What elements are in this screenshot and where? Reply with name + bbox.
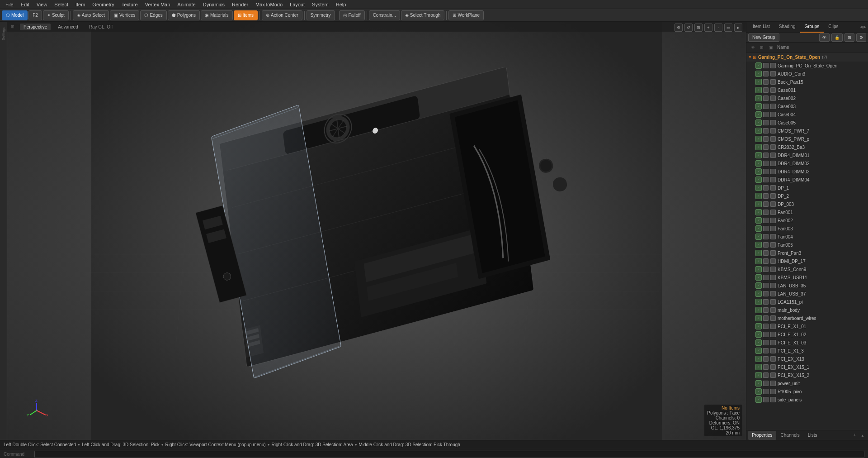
tree-item-row[interactable]: ✓DDR4_DIMM01 xyxy=(746,151,868,159)
auto-select-btn[interactable]: ◈ Auto Select xyxy=(73,10,109,20)
mode-model-btn[interactable]: ⬡ Model xyxy=(2,10,28,20)
tree-item-row[interactable]: ✓AUDIO_Con3 xyxy=(746,70,868,78)
tree-item-vis-35[interactable]: ✓ xyxy=(755,348,762,354)
right-panel-arrow-left[interactable]: ◀ xyxy=(860,25,863,29)
tab-shading[interactable]: Shading xyxy=(774,22,800,33)
tree-item-row[interactable]: ✓DP_2 xyxy=(746,192,868,200)
viewport-tab-perspective[interactable]: Perspective xyxy=(20,24,51,30)
tree-item-row[interactable]: ✓side_panels xyxy=(746,396,868,404)
tree-item-row[interactable]: ✓DDR4_DIMM03 xyxy=(746,167,868,176)
mode-f2-btn[interactable]: F2 xyxy=(28,10,42,20)
tree-item-row[interactable]: ✓PCI_E_X1_03 xyxy=(746,339,868,347)
tree-item-row[interactable]: ✓PCI_EX_X15_1 xyxy=(746,363,868,371)
menu-file[interactable]: File xyxy=(2,0,17,9)
viewport-settings-btn[interactable]: ⚙ xyxy=(675,24,683,32)
materials-btn[interactable]: ◉ Materials xyxy=(201,10,233,20)
tree-item-row[interactable]: ✓CMOS_PWR_p xyxy=(746,135,868,143)
falloff-btn[interactable]: ◎ Falloff xyxy=(339,10,365,20)
vertices-btn[interactable]: ▣ Vertices xyxy=(110,10,140,20)
scene-canvas[interactable] xyxy=(7,22,746,440)
tree-item-row[interactable]: ✓Case004 xyxy=(746,110,868,119)
tab-properties[interactable]: Properties xyxy=(748,431,776,440)
tree-item-vis-23[interactable]: ✓ xyxy=(755,250,762,256)
tree-item-vis-27[interactable]: ✓ xyxy=(755,282,762,289)
viewport-fit-btn[interactable]: ⊞ xyxy=(694,24,703,32)
tree-item-vis-36[interactable]: ✓ xyxy=(755,356,762,362)
tree-item-vis-32[interactable]: ✓ xyxy=(755,323,762,329)
tree-item-row[interactable]: ✓PCI_E_X1_02 xyxy=(746,330,868,339)
tab-groups[interactable]: Groups xyxy=(800,22,824,33)
viewport-tab-advanced[interactable]: Advanced xyxy=(54,24,81,30)
menu-select[interactable]: Select xyxy=(51,0,72,9)
menu-item[interactable]: Item xyxy=(72,0,89,9)
menu-edit[interactable]: Edit xyxy=(17,0,33,9)
tree-item-vis-9[interactable]: ✓ xyxy=(755,136,762,142)
tree-group-root[interactable]: ▼ ⊞ Gaming_PC_On_State_Open (2) xyxy=(746,52,868,62)
tree-item-row[interactable]: ✓Case005 xyxy=(746,119,868,127)
tree-item-vis-20[interactable]: ✓ xyxy=(755,225,762,232)
tree-item-row[interactable]: ✓CMOS_PWR_7 xyxy=(746,127,868,135)
tree-item-vis-11[interactable]: ✓ xyxy=(755,152,762,158)
viewport-extra-btn[interactable]: ▸ xyxy=(734,24,742,32)
menu-layout[interactable]: Layout xyxy=(286,0,308,9)
sculpt-btn[interactable]: ✦ Sculpt xyxy=(43,10,69,20)
viewport-expand-icon[interactable]: ⊞ xyxy=(11,24,14,29)
tree-item-row[interactable]: ✓DDR4_DIMM02 xyxy=(746,159,868,167)
tree-item-row[interactable]: ✓PCI_E_X1_01 xyxy=(746,322,868,330)
select-through-btn[interactable]: ◈ Select Through xyxy=(401,10,445,20)
tree-item-row[interactable]: ✓Fan003 xyxy=(746,224,868,233)
tree-item-vis-0[interactable]: ✓ xyxy=(755,62,762,69)
tree-item-row[interactable]: ✓power_unit xyxy=(746,379,868,387)
right-panel-arrow-right[interactable]: ▶ xyxy=(863,25,866,29)
tree-item-row[interactable]: ✓Case001 xyxy=(746,86,868,94)
tree-item-vis-21[interactable]: ✓ xyxy=(755,234,762,240)
tree-item-row[interactable]: ✓Fan002 xyxy=(746,216,868,224)
tree-item-row[interactable]: ✓Fan004 xyxy=(746,233,868,241)
items-btn[interactable]: ⊞ Items xyxy=(234,10,258,20)
tree-item-vis-28[interactable]: ✓ xyxy=(755,291,762,297)
tree-item-row[interactable]: ✓KBMS_USB11 xyxy=(746,273,868,281)
tree-item-row[interactable]: ✓Front_Pan3 xyxy=(746,249,868,257)
panel-eye-btn[interactable]: 👁 xyxy=(819,33,830,42)
viewport-zoom-out-btn[interactable]: - xyxy=(714,24,722,32)
tree-item-row[interactable]: ✓PCI_EX_X13 xyxy=(746,355,868,363)
menu-system[interactable]: System xyxy=(308,0,332,9)
bottom-panel-expand-btn[interactable]: + ▲ xyxy=(851,433,866,438)
tree-item-vis-25[interactable]: ✓ xyxy=(755,266,762,272)
menu-geometry[interactable]: Geometry xyxy=(89,0,118,9)
tree-item-vis-12[interactable]: ✓ xyxy=(755,160,762,167)
tree-item-vis-6[interactable]: ✓ xyxy=(755,111,762,118)
tree-item-row[interactable]: ✓main_body xyxy=(746,306,868,314)
tree-item-row[interactable]: ✓Fan001 xyxy=(746,208,868,216)
tree-item-row[interactable]: ✓DP_003 xyxy=(746,200,868,208)
tree-item-vis-16[interactable]: ✓ xyxy=(755,193,762,199)
tab-channels[interactable]: Channels xyxy=(777,431,803,440)
tree-item-vis-5[interactable]: ✓ xyxy=(755,103,762,110)
tree-item-vis-24[interactable]: ✓ xyxy=(755,258,762,264)
tree-item-vis-39[interactable]: ✓ xyxy=(755,380,762,386)
tree-item-row[interactable]: ✓R1005_pivo xyxy=(746,387,868,396)
menu-animate[interactable]: Animate xyxy=(174,0,199,9)
tree-item-vis-3[interactable]: ✓ xyxy=(755,87,762,93)
tree-item-row[interactable]: ✓DP_1 xyxy=(746,184,868,192)
tree-item-vis-4[interactable]: ✓ xyxy=(755,95,762,101)
tree-item-vis-14[interactable]: ✓ xyxy=(755,177,762,183)
tree-item-row[interactable]: ✓HDMI_DP_17 xyxy=(746,257,868,265)
tree-item-vis-33[interactable]: ✓ xyxy=(755,331,762,338)
tree-item-vis-15[interactable]: ✓ xyxy=(755,185,762,191)
tree-item-row[interactable]: ✓CR2032_Ba3 xyxy=(746,143,868,151)
tree-item-row[interactable]: ✓PCI_E_X1_3 xyxy=(746,347,868,355)
viewport-zoom-in-btn[interactable]: + xyxy=(704,24,712,32)
tree-item-vis-26[interactable]: ✓ xyxy=(755,274,762,281)
tree-item-vis-41[interactable]: ✓ xyxy=(755,396,762,403)
tree-item-vis-19[interactable]: ✓ xyxy=(755,217,762,224)
tree-item-vis-8[interactable]: ✓ xyxy=(755,128,762,134)
tree-item-row[interactable]: ✓motherboard_wires xyxy=(746,314,868,322)
tree-item-vis-40[interactable]: ✓ xyxy=(755,388,762,395)
tree-item-vis-13[interactable]: ✓ xyxy=(755,168,762,175)
menu-view[interactable]: View xyxy=(33,0,51,9)
panel-view-btn[interactable]: ⊞ xyxy=(844,33,854,42)
tree-item-vis-34[interactable]: ✓ xyxy=(755,339,762,346)
tree-item-vis-1[interactable]: ✓ xyxy=(755,71,762,77)
tree-item-row[interactable]: ✓DDR4_DIMM04 xyxy=(746,176,868,184)
